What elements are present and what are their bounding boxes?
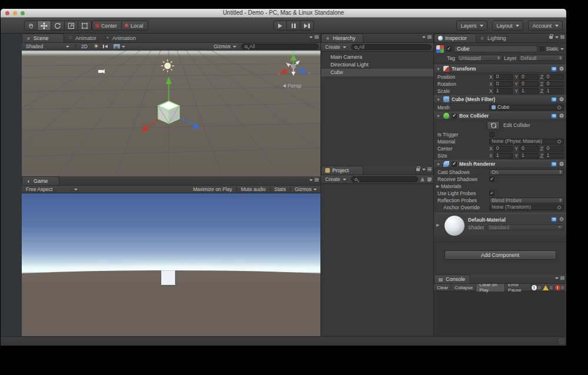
tag-dropdown[interactable]: Untagged	[457, 55, 503, 61]
gear-icon[interactable]: ⚙	[559, 66, 564, 72]
rect-tool-button[interactable]	[78, 21, 92, 31]
maximize-on-play-button[interactable]: Maximize on Play	[191, 186, 234, 193]
gear-icon[interactable]: ⚙	[559, 217, 564, 222]
object-picker-icon[interactable]	[557, 206, 561, 209]
panel-menu-icons[interactable]	[555, 276, 564, 280]
mesh-renderer-header[interactable]: ▼ ✓ Mesh Renderer ⚙	[434, 160, 566, 168]
help-icon[interactable]	[551, 66, 557, 72]
panel-menu-icons[interactable]	[422, 35, 432, 39]
panel-menu-icons[interactable]	[309, 35, 319, 39]
layer-dropdown[interactable]: Default	[519, 55, 564, 61]
hierarchy-item-main-camera[interactable]: Main Camera	[321, 53, 433, 61]
warning-count-toggle[interactable]: 0	[543, 285, 552, 290]
search-by-label-icon[interactable]	[427, 178, 432, 182]
help-icon[interactable]	[551, 162, 557, 167]
center-x-field[interactable]: 0	[494, 146, 513, 152]
project-create-dropdown[interactable]: Create	[323, 176, 349, 183]
center-z-field[interactable]: 0	[544, 146, 564, 152]
size-x-field[interactable]: 1	[494, 153, 513, 159]
account-dropdown[interactable]: Account	[528, 21, 563, 31]
foldout-closed-icon[interactable]: ▶	[436, 223, 441, 236]
scene-lighting-toggle[interactable]: ☀	[92, 43, 101, 50]
reflection-probes-dropdown[interactable]: Blend Probes	[489, 197, 564, 203]
edit-collider-button[interactable]	[487, 121, 500, 130]
mesh-object-field[interactable]: Cube	[489, 105, 564, 111]
static-checkbox[interactable]	[540, 46, 544, 51]
panel-menu-icons[interactable]	[549, 35, 564, 39]
scene-cube-object[interactable]	[158, 101, 179, 123]
scene-audio-toggle[interactable]	[103, 43, 109, 50]
box-collider-header[interactable]: ▼ ✓ Box Collider ⚙	[434, 112, 566, 120]
transform-header[interactable]: ▼ Transform ⚙	[434, 65, 566, 73]
pan-tool-button[interactable]	[24, 21, 38, 31]
gear-icon[interactable]: ⚙	[559, 113, 564, 119]
foldout-open-icon[interactable]: ▼	[436, 98, 441, 102]
pause-button[interactable]	[287, 21, 300, 31]
tab-lighting[interactable]: ☼ Lighting	[476, 34, 511, 42]
error-pause-button[interactable]: Error Pause	[505, 284, 532, 292]
scale-y-field[interactable]: 1	[519, 88, 539, 94]
move-tool-button[interactable]	[38, 21, 51, 31]
step-button[interactable]	[300, 21, 314, 31]
object-picker-icon[interactable]	[557, 140, 561, 143]
orientation-gizmo[interactable]: y x z	[278, 51, 310, 76]
help-icon[interactable]	[551, 97, 557, 102]
aspect-dropdown[interactable]: Free Aspect	[24, 186, 80, 193]
object-picker-icon[interactable]	[557, 106, 561, 109]
pivot-center-button[interactable]: Center	[92, 21, 122, 31]
hierarchy-create-dropdown[interactable]: Create	[323, 44, 349, 51]
shader-dropdown[interactable]: Standard	[486, 225, 564, 230]
active-checkbox[interactable]: ✓	[446, 46, 452, 52]
scale-x-field[interactable]: 1	[494, 88, 513, 94]
2d-toggle-button[interactable]: 2D	[79, 43, 89, 50]
position-z-field[interactable]: 0	[544, 74, 564, 80]
is-trigger-checkbox[interactable]	[489, 132, 495, 137]
mesh-renderer-enabled-checkbox[interactable]: ✓	[452, 162, 457, 167]
rotation-y-field[interactable]: 0	[519, 81, 539, 87]
hierarchy-search-input[interactable]: All	[351, 44, 432, 50]
tab-animator[interactable]: ∷ Animator	[64, 34, 101, 42]
size-y-field[interactable]: 1	[519, 153, 539, 159]
foldout-open-icon[interactable]: ▼	[436, 67, 441, 71]
position-x-field[interactable]: 0	[494, 74, 513, 80]
clear-button[interactable]: Clear	[434, 284, 452, 292]
tab-game[interactable]: ◖ Game	[22, 176, 59, 185]
stats-button[interactable]: Stats	[273, 186, 288, 193]
tab-scene[interactable]: # Scene	[22, 34, 64, 42]
anchor-override-field[interactable]: None (Transform)	[489, 205, 564, 210]
camera-gizmo-icon[interactable]	[98, 69, 105, 73]
persp-label-group[interactable]: Persp	[283, 83, 302, 89]
foldout-open-icon[interactable]: ▼	[436, 162, 441, 166]
rotation-x-field[interactable]: 0	[494, 81, 513, 87]
rotate-tool-button[interactable]	[51, 21, 65, 31]
error-count-toggle[interactable]: !0	[555, 285, 564, 290]
project-search-input[interactable]	[351, 176, 418, 182]
layout-dropdown[interactable]: Layout	[492, 21, 523, 31]
tab-project[interactable]: Project	[321, 166, 363, 175]
scale-tool-button[interactable]	[65, 21, 78, 31]
use-light-probes-checkbox[interactable]: ✓	[489, 190, 495, 196]
panel-menu-icons[interactable]	[416, 168, 432, 171]
chevron-down-icon[interactable]	[560, 48, 564, 50]
game-viewport[interactable]	[22, 193, 320, 336]
help-icon[interactable]	[551, 113, 557, 119]
scene-viewport[interactable]: y x z Persp	[22, 51, 320, 176]
play-button[interactable]	[273, 21, 287, 31]
hierarchy-item-directional-light[interactable]: Directional Light	[321, 61, 433, 69]
gameobject-name-field[interactable]: Cube	[454, 45, 537, 52]
pivot-local-button[interactable]: Local	[122, 21, 148, 31]
resize-grip-icon[interactable]	[559, 339, 565, 344]
hierarchy-item-cube[interactable]: Cube	[321, 69, 433, 76]
project-content[interactable]	[321, 184, 433, 336]
position-y-field[interactable]: 0	[519, 74, 539, 80]
center-y-field[interactable]: 0	[519, 146, 539, 152]
tab-animation[interactable]: ◔ Animation	[101, 34, 141, 42]
panel-menu-icons[interactable]	[309, 178, 319, 182]
cast-shadows-dropdown[interactable]: On	[489, 169, 564, 175]
add-component-button[interactable]: Add Component	[445, 250, 556, 260]
scale-z-field[interactable]: 1	[544, 88, 564, 94]
tab-inspector[interactable]: Inspector	[434, 34, 476, 42]
rotation-z-field[interactable]: 0	[544, 81, 564, 87]
physic-material-field[interactable]: None (Physic Material)	[489, 139, 564, 145]
size-z-field[interactable]: 1	[544, 153, 564, 159]
